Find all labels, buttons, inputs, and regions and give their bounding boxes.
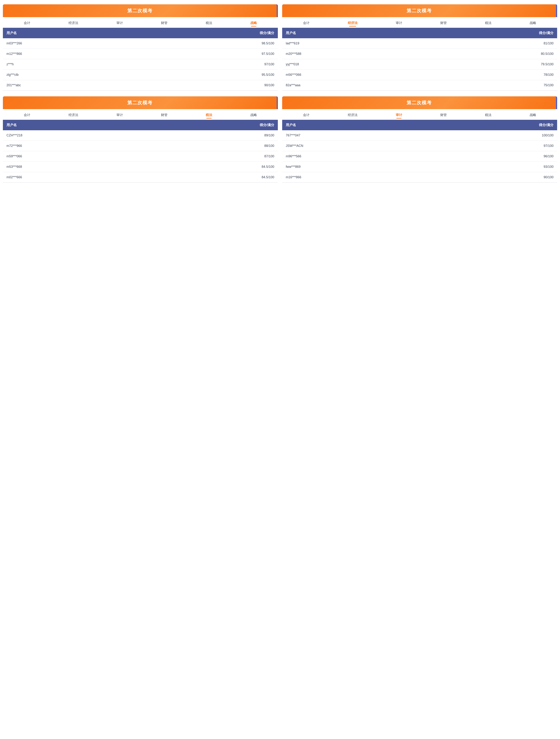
score-cell: 90/100 — [143, 80, 278, 91]
username-cell: yyj***018 — [282, 59, 422, 69]
tabs-row: 会计经济法审计财管税法战略 — [282, 109, 557, 120]
table-row: m56***06678/100 — [282, 69, 557, 80]
tabs-row: 会计经济法审计财管税法战略 — [3, 109, 278, 120]
tab-战略[interactable]: 战略 — [249, 112, 258, 119]
section-title: 第二次模考 — [282, 100, 556, 106]
tab-税法[interactable]: 税法 — [484, 112, 493, 119]
section-title: 第二次模考 — [3, 100, 277, 106]
tab-财管[interactable]: 财管 — [439, 20, 448, 26]
score-cell: 84.5/100 — [144, 172, 278, 183]
score-cell: 80.5/100 — [422, 49, 557, 59]
table-row: CZH***21889/100 — [3, 130, 278, 141]
table-header: 得分/满分 — [428, 120, 557, 130]
tab-经济法[interactable]: 经济法 — [67, 112, 79, 119]
username-cell: m59***066 — [3, 151, 144, 162]
score-table: 用户名得分/满分CZH***21889/100m72***96688/100m5… — [3, 120, 278, 182]
tab-税法[interactable]: 税法 — [205, 112, 213, 119]
table-header: 得分/满分 — [143, 28, 278, 38]
section-header: 第二次模考 — [282, 4, 557, 17]
tab-经济法[interactable]: 经济法 — [347, 112, 359, 119]
tab-审计[interactable]: 审计 — [395, 112, 403, 119]
tab-审计[interactable]: 审计 — [116, 112, 124, 119]
username-cell: fww***869 — [282, 162, 428, 172]
table-row: 201***abc90/100 — [3, 80, 278, 91]
username-cell: 201***abc — [3, 80, 143, 91]
score-table: 用户名得分/满分lad***61981/100m20***58880.5/100… — [282, 28, 557, 91]
table-row: fww***86993/100 — [282, 162, 557, 172]
username-cell: 767***047 — [282, 130, 428, 141]
username-cell: 82a***aaa — [282, 80, 422, 91]
tab-审计[interactable]: 审计 — [116, 20, 124, 26]
score-cell: 93/100 — [428, 162, 557, 172]
username-cell: m03***266 — [3, 38, 143, 49]
tab-会计[interactable]: 会计 — [23, 112, 31, 119]
username-cell: m16***866 — [282, 172, 428, 183]
score-cell: 98.5/100 — [143, 38, 278, 49]
table-header: 用户名 — [282, 28, 422, 38]
section-header: 第二次模考 — [3, 96, 278, 109]
score-cell: 97/100 — [428, 141, 557, 151]
table-row: yyj***01879.5/100 — [282, 59, 557, 69]
table-row: m12***86697.5/100 — [3, 49, 278, 59]
section-4: 第二次模考会计经济法审计财管税法战略用户名得分/满分767***047100/1… — [282, 96, 557, 183]
tab-战略[interactable]: 战略 — [529, 20, 537, 26]
tabs-row: 会计经济法审计财管税法战略 — [3, 17, 278, 28]
tab-经济法[interactable]: 经济法 — [67, 20, 79, 26]
score-cell: 90/100 — [428, 172, 557, 183]
username-cell: zlg***clb — [3, 69, 143, 80]
tab-税法[interactable]: 税法 — [484, 20, 493, 26]
section-2: 第二次模考会计经济法审计财管税法战略用户名得分/满分lad***61981/10… — [282, 4, 557, 91]
tab-财管[interactable]: 财管 — [160, 20, 169, 26]
username-cell: z***h — [3, 59, 143, 69]
tab-经济法[interactable]: 经济法 — [347, 20, 359, 26]
score-cell: 88/100 — [144, 141, 278, 151]
table-row: m96***56696/100 — [282, 151, 557, 162]
username-cell: m53***668 — [3, 162, 144, 172]
username-cell: m96***566 — [282, 151, 428, 162]
section-header: 第二次模考 — [3, 4, 278, 17]
table-header: 用户名 — [3, 28, 143, 38]
tab-战略[interactable]: 战略 — [529, 112, 537, 119]
table-row: m20***58880.5/100 — [282, 49, 557, 59]
score-cell: 78/100 — [422, 69, 557, 80]
username-cell: m12***866 — [3, 49, 143, 59]
table-header: 得分/满分 — [422, 28, 557, 38]
table-row: m02***66684.5/100 — [3, 172, 278, 183]
page-wrapper: 第二次模考会计经济法审计财管税法战略用户名得分/满分m03***26698.5/… — [3, 4, 557, 188]
table-row: m03***26698.5/100 — [3, 38, 278, 49]
table-row: m53***66884.5/100 — [3, 162, 278, 172]
table-header: 用户名 — [3, 120, 144, 130]
score-cell: 89/100 — [144, 130, 278, 141]
table-header: 用户名 — [282, 120, 428, 130]
username-cell: m20***588 — [282, 49, 422, 59]
tab-会计[interactable]: 会计 — [302, 20, 311, 26]
table-row: 82a***aaa75/100 — [282, 80, 557, 91]
table-row: m59***06687/100 — [3, 151, 278, 162]
score-cell: 97/100 — [143, 59, 278, 69]
tab-税法[interactable]: 税法 — [205, 20, 213, 26]
score-cell: 96/100 — [428, 151, 557, 162]
username-cell: lad***619 — [282, 38, 422, 49]
tab-会计[interactable]: 会计 — [23, 20, 31, 26]
tab-战略[interactable]: 战略 — [249, 20, 258, 26]
table-row: 767***047100/100 — [282, 130, 557, 141]
table-row: zlg***clb95.5/100 — [3, 69, 278, 80]
tab-审计[interactable]: 审计 — [395, 20, 403, 26]
table-row: m16***86690/100 — [282, 172, 557, 183]
section-divider — [282, 182, 557, 183]
tab-会计[interactable]: 会计 — [302, 112, 311, 119]
username-cell: m72***966 — [3, 141, 144, 151]
score-cell: 79.5/100 — [422, 59, 557, 69]
username-cell: JSW***ACN — [282, 141, 428, 151]
score-cell: 84.5/100 — [144, 162, 278, 172]
table-row: lad***61981/100 — [282, 38, 557, 49]
tab-财管[interactable]: 财管 — [160, 112, 169, 119]
username-cell: CZH***218 — [3, 130, 144, 141]
section-title: 第二次模考 — [3, 8, 277, 14]
score-table: 用户名得分/满分m03***26698.5/100m12***86697.5/1… — [3, 28, 278, 91]
score-cell: 100/100 — [428, 130, 557, 141]
section-divider — [3, 182, 278, 183]
tab-财管[interactable]: 财管 — [439, 112, 448, 119]
username-cell: m02***666 — [3, 172, 144, 183]
score-table: 用户名得分/满分767***047100/100JSW***ACN97/100m… — [282, 120, 557, 182]
